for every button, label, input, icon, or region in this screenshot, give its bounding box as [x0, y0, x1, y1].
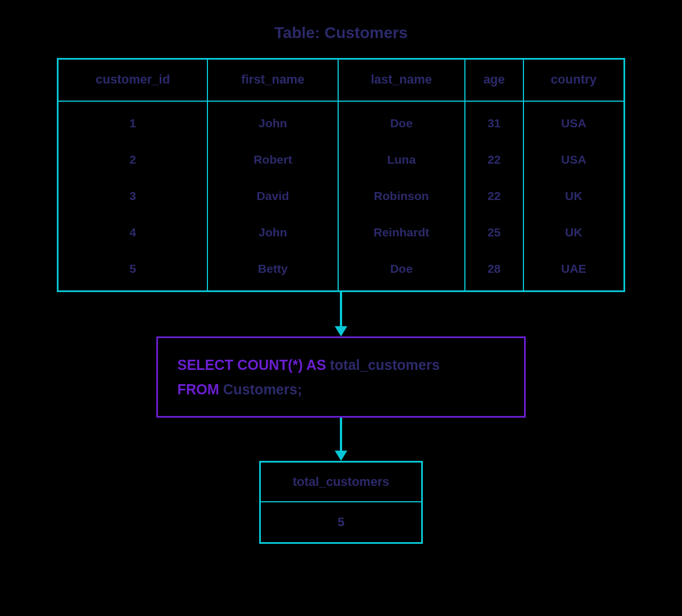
cell: 1: [58, 101, 208, 141]
table-row: 2 Robert Luna 22 USA: [58, 141, 625, 178]
result-header: total_customers: [260, 462, 422, 502]
result-table: total_customers 5: [259, 461, 423, 544]
cell: 22: [465, 178, 523, 214]
sql-line-2: FROM Customers;: [177, 377, 505, 402]
cell: John: [207, 214, 338, 251]
cell: Betty: [207, 251, 338, 292]
col-age: age: [465, 59, 523, 102]
table-row: 4 John Reinhardt 25 UK: [58, 214, 625, 251]
table-row: 3 David Robinson 22 UK: [58, 178, 625, 214]
result-header-row: total_customers: [260, 462, 422, 502]
col-customer-id: customer_id: [58, 59, 208, 102]
cell: Robert: [207, 141, 338, 178]
cell: 25: [465, 214, 523, 251]
cell: 5: [58, 251, 208, 292]
diagram-container: Table: Customers customer_id first_name …: [0, 0, 682, 544]
cell: 22: [465, 141, 523, 178]
arrow-down-icon: [335, 292, 347, 336]
table-header-row: customer_id first_name last_name age cou…: [58, 59, 625, 102]
cell: 4: [58, 214, 208, 251]
sql-from-table: Customers;: [219, 381, 302, 397]
sql-alias: total_customers: [326, 357, 440, 373]
cell: 31: [465, 101, 523, 141]
cell: Doe: [338, 101, 465, 141]
cell: Reinhardt: [338, 214, 465, 251]
cell: UAE: [523, 251, 625, 292]
table-row: 1 John Doe 31 USA: [58, 101, 625, 141]
table-title: Table: Customers: [275, 24, 407, 42]
cell: UK: [523, 178, 625, 214]
cell: 3: [58, 178, 208, 214]
table-row: 5 Betty Doe 28 UAE: [58, 251, 625, 292]
col-country: country: [523, 59, 625, 102]
cell: 28: [465, 251, 523, 292]
cell: 2: [58, 141, 208, 178]
col-first-name: first_name: [207, 59, 338, 102]
cell: USA: [523, 101, 625, 141]
cell: USA: [523, 141, 625, 178]
cell: John: [207, 101, 338, 141]
col-last-name: last_name: [338, 59, 465, 102]
sql-query-box: SELECT COUNT(*) AS total_customers FROM …: [156, 336, 526, 418]
cell: UK: [523, 214, 625, 251]
sql-line-1: SELECT COUNT(*) AS total_customers: [177, 353, 505, 377]
arrow-down-icon: [335, 418, 347, 461]
customers-table: customer_id first_name last_name age cou…: [57, 58, 625, 292]
sql-keyword-from: FROM: [177, 381, 219, 397]
cell: Doe: [338, 251, 465, 292]
cell: Robinson: [338, 178, 465, 214]
sql-keyword-select: SELECT COUNT(*) AS: [177, 357, 326, 373]
result-value: 5: [260, 502, 422, 543]
cell: David: [207, 178, 338, 214]
result-row: 5: [260, 502, 422, 543]
cell: Luna: [338, 141, 465, 178]
